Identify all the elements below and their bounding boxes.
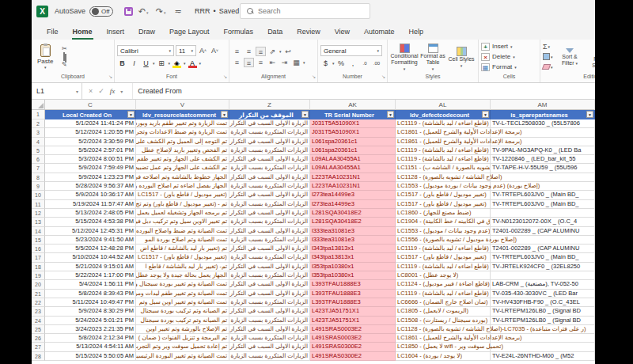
grow-font-button[interactable]: A˄ [198,46,208,56]
font-name-select[interactable]: Calibri▾ [117,45,174,56]
filter-button-Z[interactable]: ▼ [301,111,309,118]
conditional-formatting-button[interactable]: Conditional Formatting ▾ [390,42,419,72]
cell-AM28[interactable]: TV-E24L-26NTHD-M00 _ (M52 [491,352,595,361]
align-left-button[interactable]: ≡ [232,58,242,67]
cell-AM27[interactable] [491,343,595,351]
tab-insert[interactable]: Insert [100,25,132,40]
tab-formulas[interactable]: Formulas [217,25,261,40]
row-header-26[interactable]: 26 [32,334,45,343]
cell-AL25[interactable]: LC1128 - (اصلاح الشاشه / تشويه بالصورة)-… [396,325,491,334]
cell-AM24[interactable]: TV-LRTEPM126LB0 _ (Signal BD [491,317,595,325]
cell-Z19[interactable]: الزيارات المتكررة بسبب الزيارة الاولى [229,271,310,280]
select-all-corner[interactable] [32,100,45,110]
cell-AL3[interactable]: LC1861 - (برمجة الإعدادات الأولية والشرح… [396,128,491,137]
underline-chevron-icon[interactable]: ▾ [153,61,155,66]
cell-Z27[interactable]: الزيارة الاولى السبب في التكرار [229,343,310,351]
cell-AM8[interactable] [491,173,595,182]
row-header-1[interactable]: 1 [32,110,45,119]
cell-AM23[interactable]: TV-LRTEPM126LB0 _ (Signal BD [491,307,595,316]
cell-Z7[interactable]: الزيارات المتكررة بسبب الزيارة الاولى [229,164,310,173]
row-header-2[interactable]: 2 [32,119,45,128]
filter-button-V[interactable]: ▼ [221,111,228,118]
alignment-dialog-launcher[interactable]: ↘ [312,73,316,82]
cell-AK7[interactable]: L09ALAA30455A1 [310,164,396,173]
format-painter-button[interactable]: ✎ [59,61,70,68]
cell-AL18[interactable]: LC1119 - (قاطع اضاءه / ليد بالشاشة) [396,263,491,271]
row-header-8[interactable]: 8 [32,173,45,182]
cell-Z11[interactable]: الزيارات المتكررة بسبب الزيارة الاولى [229,200,310,209]
row-header-13[interactable]: 13 [32,218,45,226]
header-cell-V1[interactable]: ldv_resourcelastcomment▼ [136,110,229,119]
cell-V15[interactable]: تمت الصيانة وتم اصلاح بوردة المو [136,236,229,245]
align-top-button[interactable]: ≡ [232,47,242,56]
cell-AK27[interactable]: L491SRAS0300E2 [310,343,396,351]
cell-Z6[interactable]: الزيارة الاولى السبب في التكرار [229,155,310,164]
cell-Z4[interactable]: الزيارة الاولى السبب في التكرار [229,138,310,146]
cell-AK6[interactable]: L09ALAA30455A1 [310,155,396,164]
cell-V22[interactable]: تمت الصيانة وتم تغيير اوين سيل وتم [136,298,229,307]
cell-AM12[interactable] [491,209,595,218]
row-header-11[interactable]: 11 [32,200,45,209]
shrink-font-button[interactable]: A˅ [210,46,220,56]
cell-AL17[interactable]: LC1517 - (تغيير موديول / قاطع باور) [396,253,491,262]
cell-AM11[interactable]: TV-TRTEPL603JV0 _ (Main BD_ [491,200,595,209]
align-middle-button[interactable]: ≡ [244,47,254,56]
autosave-toggle[interactable]: Off [89,6,113,17]
cell-V2[interactable]: تمت الزيارة وتم تغيير طقم باريد وبوردة [136,119,229,128]
cell-C22[interactable]: 5/11/2024 10:49:47 PM [45,298,136,307]
cell-AL5[interactable]: LC1119 - (قاطع اضاءه / ليد بالشاشة) [396,146,491,155]
cell-Z24[interactable]: الزيارات المتكررة بسبب الزيارة الاولى [229,317,310,325]
cell-AL16[interactable]: LC1119 - (قاطع اضاءه / ليد بالشاشة) [396,245,491,253]
cell-Z14[interactable]: الزيارة الاولى السبب في التكرار [229,227,310,236]
clipboard-dialog-launcher[interactable]: ↘ [108,73,112,82]
cut-button[interactable]: ✂ [59,45,70,52]
cell-V14[interactable]: تمت الصيانة وتم ضبط واصلاح البورده [136,227,229,236]
header-cell-AM1[interactable]: is_sparepartsnames▼ [491,110,595,119]
cell-AK17[interactable]: l343tpa13813x1 [310,253,396,262]
cell-Z17[interactable]: الزيارات المتكررة بسبب الزيارة الاولى [229,253,310,262]
row-header-9[interactable]: 9 [32,182,45,191]
cell-Z13[interactable]: الزيارات المتكررة بسبب الزيارة الاولى [229,218,310,226]
cell-C10[interactable]: 5/9/2024 10:36:17 AM [45,191,136,199]
row-header-17[interactable]: 17 [32,253,45,262]
merge-chevron-icon[interactable]: ▾ [303,60,305,65]
column-header-AM[interactable]: AM [491,100,595,110]
tab-automate[interactable]: Automate [357,25,402,40]
clear-button[interactable]: ▾ [543,63,553,72]
row-header-28[interactable]: 28 [32,352,45,361]
copy-button[interactable] [59,53,70,60]
row-header-21[interactable]: 21 [32,290,45,298]
delete-cells-button[interactable]: ×Delete▾ [481,52,517,62]
increase-decimal-button[interactable]: .0 [360,58,370,68]
undo-icon[interactable]: ↶▾ [136,6,150,17]
cell-V9[interactable]: الجهاز بفصل اضاءه تم اصلاح البورده و [136,182,229,191]
cell-C8[interactable]: 5/9/2024 1:23:23 PM [45,173,136,182]
paste-button[interactable]: Paste ▾ [34,44,56,70]
row-header-22[interactable]: 22 [32,298,45,307]
orientation-button[interactable]: ⇗ [267,47,278,56]
cell-AK4[interactable]: L061spa20361c1 [310,138,396,146]
cell-AK28[interactable]: L491SRAS0300E2 [310,352,396,361]
row-header-23[interactable]: 23 [32,307,45,316]
cell-AM21[interactable]: TV-035-430-3030VC _ (LED Bar [491,290,595,298]
cell-V4[interactable]: تم التوجه إلى العميل وتم الكشف على ال [136,138,229,146]
number-format-select[interactable]: General▾ [320,45,382,56]
find-select-button[interactable]: Find Selec [585,45,595,69]
row-header-15[interactable]: 15 [32,236,45,245]
cell-AL27[interactable]: LC1850 - (لا يعمل wifi - تحميل سوفت وير) [396,343,491,351]
currency-chevron-icon[interactable]: ▾ [332,61,335,66]
cell-AL15[interactable]: LC1556 - (إصلاح بوردة موديول / تشويه بال… [396,236,491,245]
cell-AL6[interactable]: LC1119 - (قاطع اضاءه / ليد بالشاشة) [396,155,491,164]
percent-button[interactable]: % [336,58,347,68]
cell-AL2[interactable]: LC1119 - (قاطع اضاءه / ليد بالشاشة) [396,119,491,128]
cell-AL20[interactable]: LC1124 - (قاطع اضاءة / فيبر موديول) [396,280,491,289]
cell-AK22[interactable]: L393TFAU1888E3 [310,298,396,307]
cell-AK5[interactable]: L061spa20361c1 [310,146,396,155]
cell-AM18[interactable]: TV-JRTELK924CF0 _ (32EL8250 [491,263,595,271]
cell-AL21[interactable]: LC1119 - (قاطع اضاءه / ليد بالشاشة) [396,290,491,298]
tab-data[interactable]: Data [260,25,290,40]
cell-C25[interactable]: 3/24/2023 2:21:35 PM [45,325,136,334]
cell-V10[interactable]: LC1517 - (تغيير موديول / قاطع باور) [136,191,229,199]
cell-V16[interactable]: تم (تغيير بار ليد بالشاشة / قاطع اض [136,245,229,253]
font-color-chevron-icon[interactable]: ▾ [199,61,202,66]
